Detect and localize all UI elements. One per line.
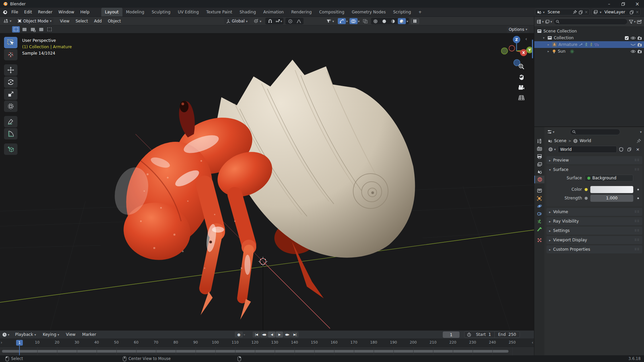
tab-object[interactable] xyxy=(534,194,544,202)
tab-world[interactable] xyxy=(534,176,544,183)
viewport-menu-add[interactable]: Add xyxy=(91,17,105,25)
tab-texture[interactable] xyxy=(534,236,544,244)
eye-closed-icon[interactable] xyxy=(631,43,636,46)
auto-keying-button[interactable]: ● xyxy=(235,331,243,338)
fake-user-button[interactable] xyxy=(618,146,625,153)
outliner-search[interactable] xyxy=(553,18,628,25)
tab-texture-paint[interactable]: Texture Paint xyxy=(203,8,236,16)
viewport-menu-view[interactable]: View xyxy=(57,17,72,25)
tab-output[interactable] xyxy=(534,153,544,160)
shading-solid[interactable] xyxy=(380,18,388,24)
tab-rendering[interactable]: Rendering xyxy=(287,8,315,16)
pause-render-button[interactable] xyxy=(411,18,419,24)
prev-keyframe-button[interactable]: ◀◆ xyxy=(260,331,268,338)
annotate-tool[interactable] xyxy=(4,116,17,127)
animate-dot[interactable] xyxy=(637,189,639,190)
gizmo-neg-y[interactable] xyxy=(509,46,515,51)
use-preview-range-icon[interactable] xyxy=(465,333,473,337)
menu-edit[interactable]: Edit xyxy=(21,8,35,16)
timeline-editor-type-button[interactable]: ▾ xyxy=(2,332,9,337)
panel-grip[interactable]: ⠿⠿ xyxy=(635,210,640,214)
chevron-down-icon[interactable]: ▾ xyxy=(640,130,642,134)
gizmo-neg-x[interactable] xyxy=(501,48,508,54)
tab-sculpting[interactable]: Sculpting xyxy=(148,8,174,16)
mode-dropdown[interactable]: Object Mode ▾ xyxy=(15,18,54,24)
orientation-dropdown[interactable]: Global ▾ xyxy=(224,18,250,24)
end-frame-field[interactable]: End 250 xyxy=(495,331,520,338)
viewport-menu-select[interactable]: Select xyxy=(72,17,91,25)
visibility-dropdown[interactable]: ▾ xyxy=(324,18,336,24)
pin-icon[interactable] xyxy=(637,139,641,143)
select-box-tool[interactable] xyxy=(4,37,17,48)
outliner-filter-button[interactable]: ▾ xyxy=(629,20,636,24)
panel-preview[interactable]: ▸ Preview ⠿⠿ xyxy=(546,156,642,164)
outliner-display-mode-button[interactable]: ▾ xyxy=(545,19,552,24)
world-color-swatch[interactable] xyxy=(590,186,633,193)
eye-icon[interactable] xyxy=(631,50,636,53)
properties-search[interactable] xyxy=(570,129,620,135)
menu-help[interactable]: Help xyxy=(77,8,92,16)
tab-geometry-nodes[interactable]: Geometry Nodes xyxy=(348,8,389,16)
hermit-crab-model[interactable] xyxy=(110,60,415,320)
select-mode-subtract[interactable] xyxy=(29,26,37,33)
shading-wireframe[interactable] xyxy=(372,18,380,24)
tab-view-layer[interactable] xyxy=(534,160,544,168)
close-button[interactable]: × xyxy=(631,0,644,8)
chevron-down-icon[interactable]: ▾ xyxy=(407,19,408,23)
select-mode-new[interactable] xyxy=(12,26,20,33)
eye-icon[interactable] xyxy=(631,36,636,40)
panel-ray-visibility[interactable]: ▸ Ray Visibility ⠿⠿ xyxy=(546,217,642,225)
snap-target-dropdown[interactable]: ▾ xyxy=(275,18,283,24)
zoom-view-button[interactable] xyxy=(517,62,526,71)
tab-render[interactable] xyxy=(534,145,544,153)
scene-selector[interactable]: ▾ Scene × xyxy=(535,9,590,15)
measure-tool[interactable] xyxy=(4,128,17,139)
panel-grip[interactable]: ⠿⠿ xyxy=(635,220,640,223)
jump-to-end-button[interactable]: ▶| xyxy=(291,331,299,338)
tab-physics[interactable] xyxy=(534,202,544,210)
play-reverse-button[interactable]: ◀ xyxy=(268,331,275,338)
panel-settings[interactable]: ▸ Settings ⠿⠿ xyxy=(546,227,642,235)
timeline-collapse-arrow[interactable]: › xyxy=(1,340,2,345)
menu-window[interactable]: Window xyxy=(55,8,77,16)
tab-object-data[interactable] xyxy=(534,218,544,225)
tab-shading[interactable]: Shading xyxy=(236,8,260,16)
chevron-down-icon[interactable]: ▾ xyxy=(358,19,360,23)
falloff-dropdown[interactable] xyxy=(295,18,303,24)
gizmo-z[interactable]: Z xyxy=(513,36,520,43)
viewport-menu-object[interactable]: Object xyxy=(105,17,124,25)
pivot-dropdown[interactable]: ▾ xyxy=(252,18,263,24)
copy-icon[interactable] xyxy=(579,10,583,14)
panel-viewport-display[interactable]: ▸ Viewport Display ⠿⠿ xyxy=(546,236,642,244)
jump-to-start-button[interactable]: |◀ xyxy=(253,331,260,338)
camera-view-button[interactable] xyxy=(517,83,526,92)
snap-toggle[interactable] xyxy=(266,18,274,24)
animate-dot[interactable] xyxy=(637,197,639,199)
exclude-checkbox[interactable] xyxy=(625,36,629,40)
expander-icon[interactable]: ▸ xyxy=(546,50,550,53)
tab-bone[interactable] xyxy=(534,225,544,233)
expander-icon[interactable]: ▸ xyxy=(546,43,550,46)
outliner-row-armature[interactable]: ▸ Armature ▽₂ xyxy=(534,41,644,48)
tab-compositing[interactable]: Compositing xyxy=(315,8,348,16)
camera-visibility-icon[interactable] xyxy=(637,43,642,47)
next-keyframe-button[interactable]: ◆▶ xyxy=(283,331,291,338)
pin-icon[interactable] xyxy=(573,10,577,14)
unlink-datablock-button[interactable]: × xyxy=(634,146,642,153)
breadcrumb-world[interactable]: World xyxy=(580,138,591,143)
camera-visibility-icon[interactable] xyxy=(637,50,642,53)
timeline-collapse-arrow-right[interactable]: ‹ xyxy=(532,340,533,345)
cursor-tool[interactable] xyxy=(4,49,17,60)
outliner-editor-type-button[interactable]: ▾ xyxy=(536,19,544,24)
menu-render[interactable]: Render xyxy=(35,8,55,16)
tab-animation[interactable]: Animation xyxy=(260,8,287,16)
play-button[interactable]: ▶ xyxy=(276,331,283,338)
shading-rendered[interactable] xyxy=(398,18,406,24)
viewport-scrollbar[interactable] xyxy=(532,40,533,58)
menu-file[interactable]: File xyxy=(8,8,21,16)
transform-tool[interactable] xyxy=(4,101,17,112)
tab-scripting[interactable]: Scripting xyxy=(389,8,415,16)
scene-name[interactable]: Scene xyxy=(546,10,571,14)
panel-grip[interactable]: ⠿⠿ xyxy=(635,238,640,242)
select-mode-intersect[interactable] xyxy=(46,26,53,33)
